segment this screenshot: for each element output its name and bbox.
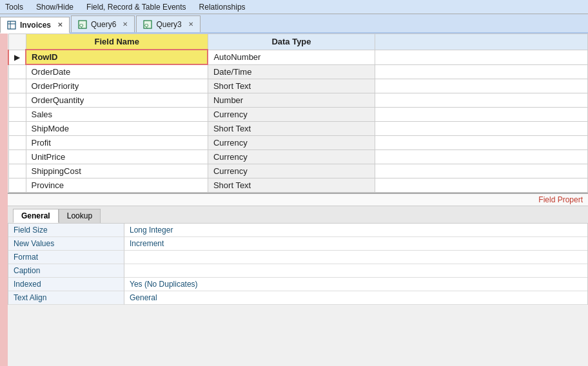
prop-label-indexed: Indexed — [8, 278, 124, 291]
description-cell[interactable] — [375, 178, 588, 193]
tab-invoices-label: Invoices — [20, 21, 51, 30]
props-tab-lookup[interactable]: Lookup — [59, 209, 101, 223]
datatype-cell[interactable]: Currency — [208, 136, 375, 150]
query-icon-3: Q — [143, 20, 152, 29]
datatype-cell[interactable]: Short Text — [208, 122, 375, 136]
prop-value-caption[interactable] — [124, 264, 587, 278]
tab-query3-close[interactable]: ✕ — [188, 21, 193, 28]
field-design-table: Field Name Data Type ▶ RowID AutoNumber … — [8, 34, 588, 193]
field-name-cell[interactable]: Province — [26, 178, 208, 193]
table-row[interactable]: UnitPrice Currency — [8, 150, 588, 164]
field-name-cell[interactable]: OrderDate — [26, 64, 208, 79]
datatype-cell[interactable]: Currency — [208, 150, 375, 164]
prop-label-textalign: Text Align — [8, 291, 124, 305]
table-area: Field Name Data Type ▶ RowID AutoNumber … — [8, 34, 588, 366]
table-row[interactable]: OrderDate Date/Time — [8, 64, 588, 79]
description-cell[interactable] — [375, 64, 588, 79]
tab-query3-label: Query3 — [156, 20, 181, 29]
left-strip — [0, 34, 8, 366]
svg-rect-0 — [8, 21, 15, 29]
toolbar-relationships[interactable]: Relationships — [199, 3, 246, 12]
datatype-cell[interactable]: Date/Time — [208, 64, 375, 79]
props-grid: Field Size Long Integer New Values Incre… — [8, 224, 588, 305]
table-row[interactable]: ShipMode Short Text — [8, 122, 588, 136]
field-name-cell[interactable]: Sales — [26, 108, 208, 122]
description-cell[interactable] — [375, 136, 588, 150]
props-tab-general[interactable]: General — [13, 209, 59, 223]
field-name-cell[interactable]: RowID — [26, 50, 208, 64]
field-name-cell[interactable]: OrderPriority — [26, 79, 208, 93]
prop-value-fieldsize[interactable]: Long Integer — [124, 224, 587, 237]
field-name-cell[interactable]: ShippingCost — [26, 164, 208, 178]
description-cell[interactable] — [375, 122, 588, 136]
field-name-cell[interactable]: Profit — [26, 136, 208, 150]
table-row[interactable]: OrderQuantity Number — [8, 93, 588, 108]
field-name-cell[interactable]: UnitPrice — [26, 150, 208, 164]
datatype-cell[interactable]: Currency — [208, 108, 375, 122]
field-props-title: Field Propert — [538, 195, 583, 204]
table-row[interactable]: Profit Currency — [8, 136, 588, 150]
tab-invoices[interactable]: Invoices ✕ — [0, 17, 70, 34]
description-cell[interactable] — [375, 93, 588, 108]
prop-value-indexed[interactable]: Yes (No Duplicates) — [124, 278, 587, 291]
row-selector-province — [8, 178, 26, 193]
prop-label-caption: Caption — [8, 264, 124, 278]
tab-invoices-close[interactable]: ✕ — [57, 21, 63, 28]
data-type-header: Data Type — [208, 34, 375, 50]
description-cell[interactable] — [375, 50, 588, 64]
table-row[interactable]: OrderPriority Short Text — [8, 79, 588, 93]
prop-value-format[interactable] — [124, 251, 587, 264]
row-arrow-icon: ▶ — [14, 53, 20, 62]
row-selector-orderdate — [8, 64, 26, 79]
table-row[interactable]: ▶ RowID AutoNumber — [8, 50, 588, 64]
datatype-cell[interactable]: Number — [208, 93, 375, 108]
description-cell[interactable] — [375, 108, 588, 122]
datatype-cell[interactable]: Short Text — [208, 178, 375, 193]
field-name-cell[interactable]: OrderQuantity — [26, 93, 208, 108]
row-selector-orderquantity — [8, 93, 26, 108]
prop-label-fieldsize: Field Size — [8, 224, 124, 237]
tab-query6[interactable]: Q Query6 ✕ — [71, 15, 135, 32]
tab-query3[interactable]: Q Query3 ✕ — [136, 15, 200, 32]
prop-value-newvalues[interactable]: Increment — [124, 237, 587, 251]
prop-value-textalign[interactable]: General — [124, 291, 587, 305]
tab-query6-label: Query6 — [91, 20, 116, 29]
description-cell[interactable] — [375, 79, 588, 93]
datatype-cell[interactable]: AutoNumber — [208, 50, 375, 64]
row-selector-unitprice — [8, 150, 26, 164]
description-cell[interactable] — [375, 164, 588, 178]
field-properties-panel: Field Propert General Lookup Field Size … — [8, 193, 588, 305]
props-tabs: General Lookup — [8, 206, 588, 224]
svg-text:Q: Q — [79, 23, 83, 28]
table-icon — [7, 21, 16, 30]
datatype-cell[interactable]: Short Text — [208, 79, 375, 93]
table-row[interactable]: Sales Currency — [8, 108, 588, 122]
table-row[interactable]: Province Short Text — [8, 178, 588, 193]
row-selector-shipmode — [8, 122, 26, 136]
row-selector-sales — [8, 108, 26, 122]
query-icon-6: Q — [78, 20, 87, 29]
toolbar-showhide[interactable]: Show/Hide — [36, 3, 74, 12]
toolbar-tools[interactable]: Tools — [5, 3, 23, 12]
field-name-header: Field Name — [26, 34, 208, 50]
main-content: Field Name Data Type ▶ RowID AutoNumber … — [0, 34, 588, 366]
tab-bar: Invoices ✕ Q Query6 ✕ Q Query3 ✕ — [0, 14, 588, 34]
field-name-cell[interactable]: ShipMode — [26, 122, 208, 136]
field-props-header: Field Propert — [8, 194, 588, 206]
prop-label-format: Format — [8, 251, 124, 264]
row-selector-orderpriority — [8, 79, 26, 93]
toolbar-events[interactable]: Field, Record & Table Events — [86, 3, 186, 12]
prop-label-newvalues: New Values — [8, 237, 124, 251]
svg-text:Q: Q — [144, 23, 148, 28]
row-selector-rowid: ▶ — [8, 50, 26, 64]
table-row[interactable]: ShippingCost Currency — [8, 164, 588, 178]
toolbar: Tools Show/Hide Field, Record & Table Ev… — [0, 0, 588, 14]
tab-query6-close[interactable]: ✕ — [122, 21, 128, 28]
description-cell[interactable] — [375, 150, 588, 164]
datatype-cell[interactable]: Currency — [208, 164, 375, 178]
row-selector-shippingcost — [8, 164, 26, 178]
row-selector-profit — [8, 136, 26, 150]
